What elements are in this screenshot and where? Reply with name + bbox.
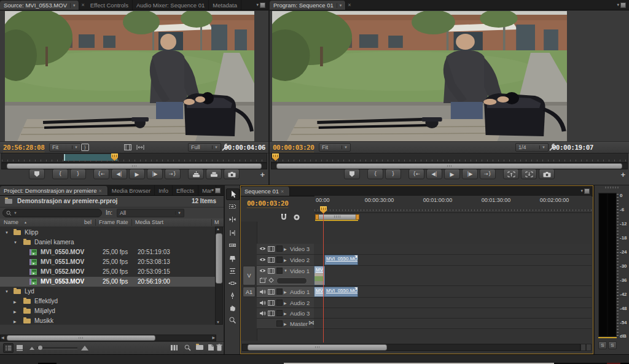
- timeline-clip-a1[interactable]: MVI_0550.MO: [324, 287, 358, 297]
- source-quality-select[interactable]: Full▼: [188, 143, 221, 152]
- track-lock-toggle[interactable]: [276, 320, 283, 327]
- master-track-header[interactable]: ▶ Master ⋈: [257, 319, 314, 329]
- audio3-track-header[interactable]: ▶ Audio 3: [257, 308, 314, 319]
- delete-button[interactable]: [216, 344, 222, 351]
- timeline-zoom-in-button[interactable]: [586, 344, 592, 351]
- rolling-edit-tool[interactable]: [228, 228, 236, 237]
- toggle-track-output-icon[interactable]: [259, 246, 266, 251]
- panel-grip[interactable]: [605, 187, 619, 188]
- col-media-start[interactable]: Media Start: [135, 219, 163, 225]
- goto-in-button[interactable]: {←: [408, 169, 424, 179]
- source-video-viewer[interactable]: [5, 11, 254, 141]
- track-lock-toggle[interactable]: [276, 288, 283, 295]
- keyframe-icon[interactable]: [268, 277, 274, 283]
- zoom-slider[interactable]: [37, 347, 77, 349]
- video3-track-header[interactable]: ▶ Video 3: [257, 244, 314, 255]
- project-vscrollbar[interactable]: ▲ ▼: [215, 227, 223, 325]
- project-column-header[interactable]: Name ▴ bel Frame Rate Media Start M: [0, 219, 224, 227]
- automate-to-sequence-button[interactable]: [171, 344, 179, 351]
- track-lock-toggle[interactable]: [276, 268, 283, 274]
- mark-in-button[interactable]: {: [52, 169, 68, 179]
- program-position-timecode[interactable]: 00:00:03:20: [273, 144, 314, 152]
- output-icon[interactable]: [124, 144, 131, 150]
- button-editor-plus[interactable]: +: [620, 169, 625, 179]
- chevron-down-icon[interactable]: ▾: [70, 3, 76, 8]
- goto-out-button[interactable]: →}: [480, 169, 496, 179]
- sync-lock-icon[interactable]: [268, 289, 275, 295]
- panel-menu-icon[interactable]: ▾: [254, 1, 267, 9]
- tab-sequence-01[interactable]: Sequence 01×: [241, 187, 290, 196]
- tab-media-browser[interactable]: Media Browser: [108, 185, 155, 195]
- play-button[interactable]: ▶: [444, 169, 460, 179]
- panel-menu-icon[interactable]: ▾: [209, 187, 222, 194]
- tab-info[interactable]: Info: [155, 185, 173, 195]
- solo-right-button[interactable]: S: [608, 341, 617, 349]
- col-name[interactable]: Name: [4, 219, 18, 225]
- sync-lock-icon[interactable]: [268, 246, 275, 252]
- pen-tool[interactable]: [228, 291, 236, 300]
- list-item-daniel-kamera[interactable]: ▼ Daniel kamera: [0, 238, 216, 247]
- track-lock-toggle[interactable]: [276, 300, 283, 306]
- audio1-track-header[interactable]: ▶ Audio 1: [257, 287, 314, 298]
- program-video-viewer[interactable]: [272, 11, 567, 141]
- step-forward-button[interactable]: |▶: [462, 169, 478, 179]
- trim-icon[interactable]: [136, 144, 144, 150]
- work-area-bar[interactable]: [315, 214, 359, 220]
- list-item-lyd[interactable]: ▼ Lyd: [0, 287, 216, 296]
- new-item-button[interactable]: [208, 344, 214, 351]
- rate-stretch-tool[interactable]: [228, 241, 236, 249]
- in-select[interactable]: All▼: [117, 209, 184, 217]
- source-inout-range[interactable]: [64, 154, 117, 161]
- track-lock-toggle[interactable]: [276, 310, 283, 316]
- find-button[interactable]: [184, 344, 191, 351]
- play-button[interactable]: ▶: [129, 169, 145, 179]
- razor-tool[interactable]: [228, 254, 236, 263]
- close-icon[interactable]: ×: [279, 188, 286, 195]
- project-hscroll-thumb[interactable]: [7, 335, 155, 341]
- button-editor-plus[interactable]: +: [260, 169, 265, 179]
- track-lock-toggle[interactable]: [276, 257, 283, 263]
- program-playhead-marker[interactable]: [272, 153, 279, 161]
- collapse-arrow-icon[interactable]: ▶: [284, 301, 287, 305]
- sync-lock-icon[interactable]: [268, 257, 275, 263]
- mark-out-button[interactable]: }: [70, 169, 86, 179]
- list-item-mvi0552[interactable]: MVI_0552.MOV 25,00 fps 20:53:09:15: [0, 267, 216, 277]
- collapse-arrow-icon[interactable]: ▼: [284, 269, 287, 273]
- zoom-in-icon[interactable]: [81, 346, 88, 350]
- collapse-arrow-icon[interactable]: ▶: [284, 311, 287, 316]
- col-frame-rate[interactable]: Frame Rate: [99, 219, 128, 225]
- panel-menu-icon[interactable]: ▾: [615, 1, 628, 9]
- collapse-arrow-icon[interactable]: ▶: [284, 258, 287, 262]
- keyframe-nav-control[interactable]: [276, 277, 307, 284]
- list-item-mvi0551[interactable]: MVI_0551.MOV 25,00 fps 20:53:08:13: [0, 257, 216, 267]
- audio2-track-header[interactable]: ▶ Audio 2: [257, 298, 314, 308]
- tab-audio-mixer[interactable]: Audio Mixer: Sequence 01: [133, 0, 209, 10]
- slip-tool[interactable]: [228, 266, 236, 275]
- zoom-slider-handle[interactable]: [38, 346, 42, 350]
- encore-chapter-marker-icon[interactable]: [293, 214, 300, 221]
- tab-source[interactable]: Source: MVI_0553.MOV▾: [0, 1, 79, 10]
- speaker-icon[interactable]: [259, 289, 266, 295]
- step-forward-button[interactable]: |▶: [147, 169, 163, 179]
- video2-track-lane[interactable]: MVI_0550.MO: [314, 255, 592, 266]
- col-m[interactable]: M: [214, 219, 219, 225]
- add-marker-button[interactable]: [344, 169, 360, 179]
- source-playhead-marker[interactable]: [111, 153, 118, 161]
- timeline-ruler[interactable]: 00:00 00:00:30:00 00:01:00:00 00:01:30:0…: [314, 196, 592, 213]
- step-back-button[interactable]: ◀|: [426, 169, 442, 179]
- slide-tool[interactable]: [228, 279, 236, 287]
- timeline-playhead-line[interactable]: [323, 213, 324, 343]
- audio1-track-lane[interactable]: MV MVI_0550.MO: [314, 287, 592, 298]
- close-icon[interactable]: ×: [346, 0, 353, 10]
- list-item-mvi0553-selected[interactable]: MVI_0553.MOV 25,00 fps 20:56:19:00: [0, 277, 216, 287]
- collapse-arrow-icon[interactable]: ▶: [284, 247, 287, 251]
- video2-track-header[interactable]: ▶ Video 2: [257, 255, 314, 266]
- insert-button[interactable]: [188, 169, 204, 179]
- collapse-arrow-icon[interactable]: ▶: [284, 322, 287, 326]
- snap-icon[interactable]: [280, 214, 287, 221]
- master-track-lane[interactable]: [314, 319, 592, 329]
- tab-effects[interactable]: Effects: [173, 185, 198, 195]
- mark-in-button[interactable]: {: [367, 169, 383, 179]
- project-vscroll-thumb[interactable]: [216, 233, 222, 284]
- tab-program[interactable]: Program: Sequence 01▾: [270, 1, 346, 10]
